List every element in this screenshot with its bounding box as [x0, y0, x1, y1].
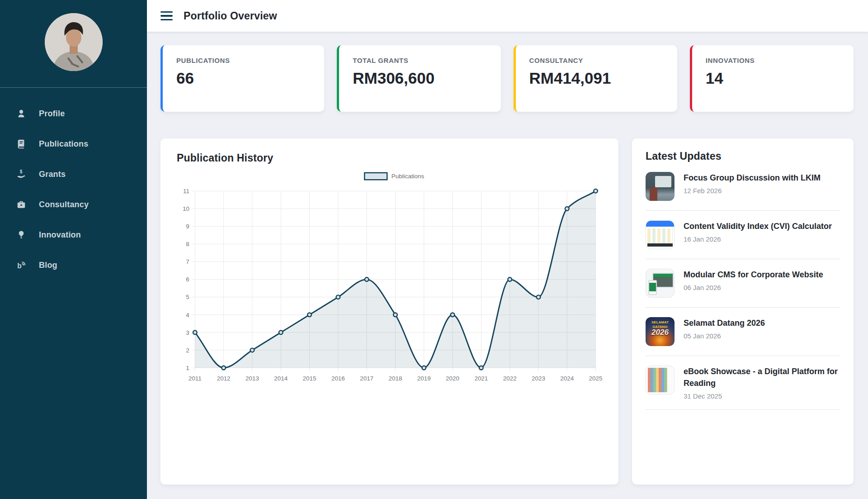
update-thumbnail-photo-presentation-podium	[646, 172, 675, 201]
update-item[interactable]: SELAMAT DATANG2026Selamat Datang 202605 …	[646, 308, 840, 356]
sidebar-item-profile[interactable]: Profile	[0, 101, 147, 126]
avatar-photo	[45, 13, 103, 71]
update-date: 16 Jan 2026	[684, 235, 832, 243]
sidebar-item-label: Grants	[39, 170, 66, 179]
svg-text:4: 4	[186, 312, 189, 318]
svg-text:11: 11	[183, 188, 189, 195]
main-area: Portfolio Overview PUBLICATIONS66TOTAL G…	[147, 0, 868, 499]
update-thumbnail-new-year-poster: SELAMAT DATANG2026	[646, 317, 675, 346]
publication-history-card: Publication History 12345678910112011201…	[160, 138, 618, 485]
update-thumbnail-book-cover-grid	[646, 366, 675, 394]
sidebar-item-label: Profile	[39, 109, 65, 119]
sidebar-item-label: Publications	[39, 139, 88, 149]
update-item[interactable]: Content Validity Index (CVI) Calculator1…	[646, 211, 840, 259]
latest-updates-card: Latest Updates Focus Group Discussion wi…	[632, 138, 854, 485]
svg-text:5: 5	[186, 294, 189, 300]
svg-text:2011: 2011	[189, 375, 202, 382]
svg-text:2015: 2015	[303, 375, 316, 382]
sidebar-item-grants[interactable]: $Grants	[0, 162, 147, 186]
svg-text:3: 3	[186, 329, 189, 336]
svg-text:2022: 2022	[503, 375, 517, 382]
stat-label: CONSULTANCY	[529, 57, 664, 64]
svg-text:2017: 2017	[360, 375, 373, 382]
briefcase-icon	[16, 200, 26, 209]
sidebar-profile-section	[0, 0, 147, 87]
stats-row: PUBLICATIONS66TOTAL GRANTSRM306,600CONSU…	[160, 45, 854, 112]
hand-dollar-icon: $	[16, 169, 26, 179]
avatar	[45, 13, 103, 71]
stat-card-total-grants: TOTAL GRANTSRM306,600	[337, 45, 500, 112]
svg-text:6: 6	[186, 276, 189, 283]
svg-text:2019: 2019	[417, 375, 431, 382]
sidebar-nav: ProfilePublications$GrantsConsultancyInn…	[0, 88, 147, 283]
app-root: ProfilePublications$GrantsConsultancyInn…	[0, 0, 868, 499]
update-title: Focus Group Discussion with LKIM	[684, 172, 821, 184]
svg-text:b: b	[17, 262, 22, 270]
book-icon	[16, 139, 26, 149]
sidebar-item-publications[interactable]: Publications	[0, 132, 147, 156]
lightbulb-icon	[16, 230, 26, 240]
svg-text:2014: 2014	[274, 375, 288, 382]
user-icon	[16, 109, 26, 119]
update-thumbnail-responsive-website-mockup	[646, 269, 675, 298]
chart-legend-label: Publications	[392, 173, 425, 180]
svg-text:2012: 2012	[217, 375, 231, 382]
panels: Publication History 12345678910112011201…	[160, 138, 854, 485]
update-date: 31 Dec 2025	[684, 392, 840, 400]
update-item[interactable]: eBook Showcase - a Digital Platform for …	[646, 356, 840, 410]
page-title: Portfolio Overview	[184, 10, 277, 22]
stat-value: 14	[706, 69, 840, 87]
update-date: 05 Jan 2026	[684, 332, 765, 340]
svg-text:2013: 2013	[245, 375, 259, 382]
svg-text:2018: 2018	[389, 375, 402, 382]
update-item[interactable]: Modular CMS for Corporate Website06 Jan …	[646, 259, 840, 308]
sidebar-item-label: Consultancy	[39, 200, 89, 209]
sidebar: ProfilePublications$GrantsConsultancyInn…	[0, 0, 147, 499]
chart-title: Publication History	[177, 152, 602, 164]
menu-icon[interactable]	[160, 11, 173, 21]
update-title: eBook Showcase - a Digital Platform for …	[684, 366, 840, 389]
svg-text:1: 1	[186, 365, 189, 371]
sidebar-item-innovation[interactable]: Innovation	[0, 223, 147, 247]
update-thumbnail-spreadsheet-screenshot	[646, 220, 675, 249]
update-title: Selamat Datang 2026	[684, 317, 765, 329]
stat-label: TOTAL GRANTS	[353, 57, 487, 64]
svg-text:2020: 2020	[446, 375, 459, 382]
sidebar-item-label: Blog	[39, 261, 57, 270]
svg-text:$: $	[20, 169, 23, 174]
sidebar-item-blog[interactable]: bBlog	[0, 253, 147, 277]
update-date: 06 Jan 2026	[684, 284, 823, 291]
svg-text:2025: 2025	[589, 375, 602, 382]
stat-value: RM414,091	[529, 69, 664, 87]
svg-text:2021: 2021	[474, 375, 488, 382]
stat-value: 66	[176, 69, 311, 87]
topbar: Portfolio Overview	[147, 0, 868, 32]
stat-label: INNOVATIONS	[706, 57, 840, 64]
svg-text:8: 8	[186, 241, 189, 247]
updates-list: Focus Group Discussion with LKIM12 Feb 2…	[646, 162, 840, 410]
update-date: 12 Feb 2026	[684, 187, 821, 195]
svg-text:9: 9	[186, 223, 189, 230]
stat-value: RM306,600	[353, 69, 487, 87]
update-item[interactable]: Focus Group Discussion with LKIM12 Feb 2…	[646, 162, 840, 211]
svg-text:2: 2	[186, 347, 189, 354]
sidebar-item-consultancy[interactable]: Consultancy	[0, 192, 147, 217]
updates-title: Latest Updates	[646, 150, 840, 162]
svg-text:7: 7	[186, 258, 189, 265]
chart-legend[interactable]: Publications	[364, 173, 424, 180]
update-title: Content Validity Index (CVI) Calculator	[684, 220, 832, 232]
publication-history-chart: 1234567891011201120122013201420152016201…	[177, 171, 602, 391]
svg-text:10: 10	[183, 205, 189, 212]
svg-text:2023: 2023	[532, 375, 545, 382]
thumbnail-text: 2026	[646, 328, 675, 337]
update-title: Modular CMS for Corporate Website	[684, 269, 823, 280]
svg-text:2016: 2016	[331, 375, 345, 382]
svg-text:2024: 2024	[560, 375, 574, 382]
stat-card-publications: PUBLICATIONS66	[160, 45, 324, 112]
stat-card-innovations: INNOVATIONS14	[690, 45, 854, 112]
blog-icon: b	[16, 260, 26, 270]
stat-card-consultancy: CONSULTANCYRM414,091	[514, 45, 677, 112]
sidebar-item-label: Innovation	[39, 230, 81, 240]
stat-label: PUBLICATIONS	[176, 57, 311, 64]
content: PUBLICATIONS66TOTAL GRANTSRM306,600CONSU…	[147, 32, 868, 499]
